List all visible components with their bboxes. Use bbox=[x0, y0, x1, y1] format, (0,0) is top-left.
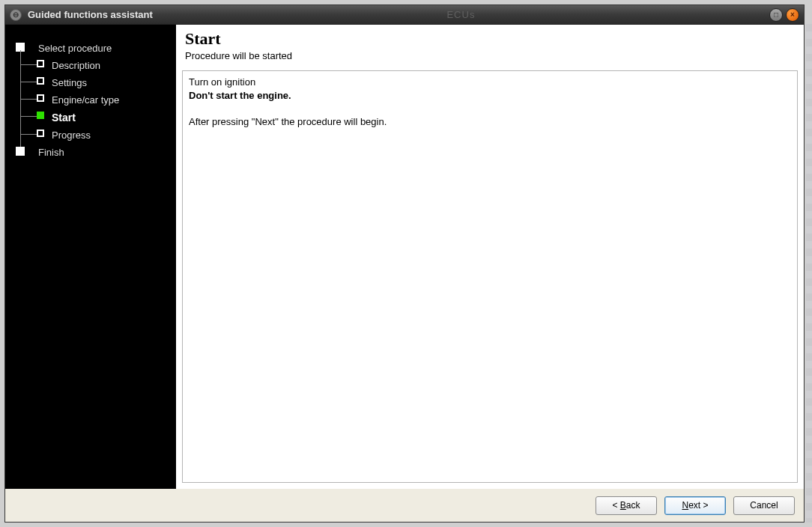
instruction-line: Turn on ignition bbox=[189, 76, 791, 89]
back-prefix: < bbox=[612, 500, 619, 511]
page-title: Start bbox=[185, 29, 795, 49]
sidebar-item-label: Start bbox=[52, 112, 76, 124]
main-header: Start Procedure will be started bbox=[182, 29, 798, 70]
titlebar[interactable]: ⊖ Guided functions assistant ECUs □ × bbox=[5, 5, 804, 25]
app-icon: ⊖ bbox=[10, 9, 22, 21]
sidebar-item-settings[interactable]: Settings bbox=[16, 74, 169, 91]
step-tree: Select procedure Description Settings En… bbox=[16, 40, 169, 161]
back-mnemonic: B bbox=[620, 500, 626, 511]
cancel-button[interactable]: Cancel bbox=[733, 496, 795, 515]
sidebar-item-select-procedure[interactable]: Select procedure bbox=[16, 40, 169, 57]
next-button[interactable]: Next > bbox=[664, 496, 726, 515]
footer: < Back Next > Cancel bbox=[5, 489, 804, 522]
app-window: ⊖ Guided functions assistant ECUs □ × Se… bbox=[4, 4, 805, 523]
back-button[interactable]: < Back bbox=[596, 496, 657, 515]
body: Select procedure Description Settings En… bbox=[5, 25, 804, 489]
step-marker-icon bbox=[16, 147, 25, 156]
main-panel: Start Procedure will be started Turn on … bbox=[176, 25, 804, 489]
sidebar-item-label: Settings bbox=[52, 77, 87, 88]
sidebar-item-start[interactable]: Start bbox=[16, 109, 169, 127]
sidebar: Select procedure Description Settings En… bbox=[5, 25, 176, 489]
step-marker-icon bbox=[37, 130, 44, 137]
sidebar-item-description[interactable]: Description bbox=[16, 57, 169, 74]
page-subtitle: Procedure will be started bbox=[185, 50, 795, 61]
bg-app-text: ECUs bbox=[153, 9, 769, 20]
sidebar-item-label: Progress bbox=[52, 130, 91, 141]
close-button[interactable]: × bbox=[786, 8, 799, 22]
step-marker-icon bbox=[37, 77, 44, 85]
instruction-line: After pressing "Next" the procedure will… bbox=[189, 115, 791, 129]
sidebar-item-progress[interactable]: Progress bbox=[16, 127, 169, 144]
step-marker-icon bbox=[37, 94, 44, 102]
next-mnemonic: N bbox=[682, 500, 688, 511]
maximize-button[interactable]: □ bbox=[769, 8, 783, 22]
step-marker-active-icon bbox=[37, 112, 44, 119]
instruction-box: Turn on ignition Don't start the engine.… bbox=[182, 70, 798, 483]
step-marker-icon bbox=[37, 60, 44, 67]
window-controls: □ × bbox=[769, 8, 799, 22]
back-rest: ack bbox=[626, 500, 640, 511]
instruction-line-bold: Don't start the engine. bbox=[189, 89, 791, 103]
sidebar-item-label: Engine/car type bbox=[52, 94, 119, 106]
sidebar-item-label: Description bbox=[52, 60, 100, 71]
outer-scroll-indicator bbox=[806, 24, 812, 523]
sidebar-item-finish[interactable]: Finish bbox=[16, 144, 169, 161]
sidebar-item-label: Finish bbox=[38, 147, 64, 158]
sidebar-item-engine-car-type[interactable]: Engine/car type bbox=[16, 91, 169, 109]
sidebar-item-label: Select procedure bbox=[38, 43, 112, 54]
instruction-blank bbox=[189, 102, 791, 115]
next-rest: ext > bbox=[688, 500, 708, 511]
window-title: Guided functions assistant bbox=[28, 9, 153, 20]
